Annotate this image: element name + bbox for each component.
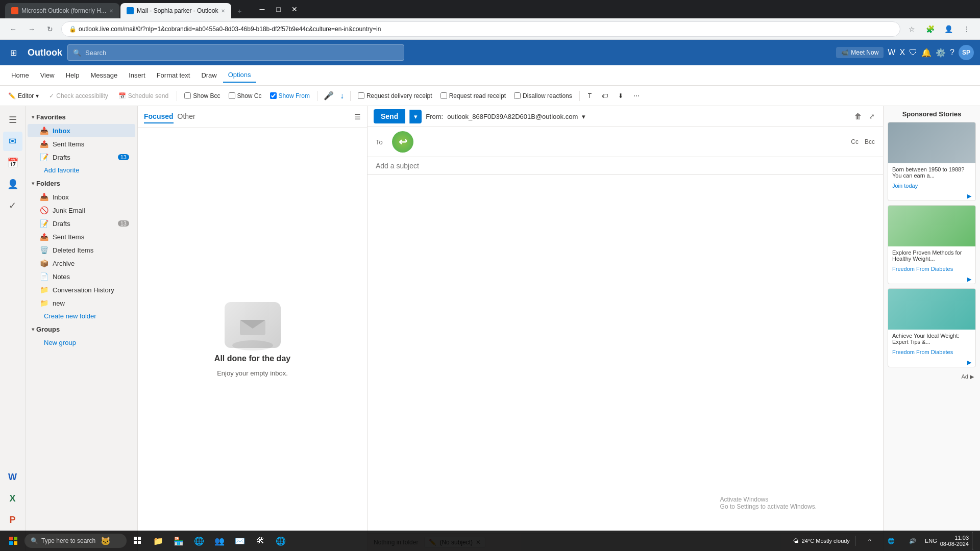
show-from-input[interactable] xyxy=(270,92,277,99)
word-icon[interactable]: W xyxy=(888,48,895,57)
show-bcc-input[interactable] xyxy=(184,92,191,99)
menu-help[interactable]: Help xyxy=(61,68,85,82)
ad-card-3[interactable]: Achieve Your Ideal Weight: Expert Tips &… xyxy=(888,288,976,367)
send-dropdown-button[interactable]: ▾ xyxy=(409,110,422,123)
folder-drafts2[interactable]: 📝 Drafts 13 xyxy=(28,217,135,230)
favorites-header[interactable]: ▾ Favorites xyxy=(26,110,137,124)
hamburger-menu-button[interactable]: ☰ xyxy=(3,110,22,130)
menu-message[interactable]: Message xyxy=(85,68,122,82)
folder-junk[interactable]: 🚫 Junk Email xyxy=(28,204,135,217)
menu-home[interactable]: Home xyxy=(6,68,34,82)
word-icon-button[interactable]: W xyxy=(3,467,22,487)
folder-inbox2[interactable]: 📥 Inbox xyxy=(28,190,135,204)
excel-icon[interactable]: X xyxy=(899,48,905,57)
show-bcc-checkbox[interactable]: Show Bcc xyxy=(181,92,223,99)
window-minimize[interactable]: ─ xyxy=(255,2,269,16)
ad-card-2[interactable]: Explore Proven Methods for Healthy Weigh… xyxy=(888,205,976,284)
user-avatar[interactable]: SP xyxy=(959,45,974,60)
add-favorite-link[interactable]: Add favorite xyxy=(26,164,137,177)
tasks-icon-button[interactable]: ✓ xyxy=(3,196,22,215)
task-view-button[interactable] xyxy=(129,532,147,550)
folder-new[interactable]: 📁 new xyxy=(28,296,135,310)
request-read-checkbox[interactable]: Request read receipt xyxy=(437,92,509,99)
filter-icon[interactable]: ☰ xyxy=(354,113,361,121)
window-maximize[interactable]: □ xyxy=(271,2,285,16)
check-accessibility-button[interactable]: ✓ Check accessibility xyxy=(45,90,112,102)
extensions-button[interactable]: 🧩 xyxy=(923,22,937,36)
people-icon-button[interactable]: 👤 xyxy=(3,174,22,194)
disallow-reactions-input[interactable] xyxy=(514,92,521,99)
subject-input[interactable] xyxy=(376,162,875,170)
forward-button[interactable]: → xyxy=(24,22,39,36)
create-new-folder-link[interactable]: Create new folder xyxy=(26,310,137,322)
from-dropdown-icon[interactable]: ▾ xyxy=(582,113,585,120)
browser-tab-1[interactable]: Microsoft Outlook (formerly H... ✕ xyxy=(5,3,119,18)
excel-icon-button[interactable]: X xyxy=(3,489,22,508)
request-delivery-input[interactable] xyxy=(358,92,364,99)
menu-view[interactable]: View xyxy=(35,68,60,82)
folders-header[interactable]: ▾ Folders xyxy=(26,177,137,190)
folder-inbox[interactable]: 📥 Inbox xyxy=(28,124,135,137)
tab-close-2[interactable]: ✕ xyxy=(221,8,225,14)
mail-button[interactable]: ✉️ xyxy=(231,532,249,550)
browser-tab-2[interactable]: Mail - Sophia parker - Outlook ✕ xyxy=(120,3,231,18)
recipient-avatar[interactable] xyxy=(392,131,413,153)
ad-card-1[interactable]: Born between 1950 to 1988? You can earn … xyxy=(888,122,976,201)
folder-deleted[interactable]: 🗑️ Deleted Items xyxy=(28,243,135,257)
file-explorer-button[interactable]: 📁 xyxy=(149,532,167,550)
menu-insert[interactable]: Insert xyxy=(124,68,151,82)
header-search[interactable]: 🔍 Search xyxy=(67,44,404,61)
taskbar-clock[interactable]: 11:03 08-08-2024 xyxy=(940,535,969,547)
help-icon[interactable]: ? xyxy=(950,48,954,57)
show-desktop-button[interactable] xyxy=(972,532,976,550)
new-tab-button[interactable]: + xyxy=(232,4,247,18)
disallow-reactions-checkbox[interactable]: Disallow reactions xyxy=(511,92,575,99)
menu-format-text[interactable]: Format text xyxy=(152,68,195,82)
download-button[interactable]: ⬇ xyxy=(614,90,627,102)
windows-start-button[interactable] xyxy=(4,532,22,550)
bookmark-button[interactable]: ☆ xyxy=(904,22,919,36)
bell-icon[interactable]: 🔔 xyxy=(921,48,932,58)
more-toolbar-button[interactable]: ⋯ xyxy=(629,90,644,102)
address-bar[interactable]: 🔒 outlook.live.com/mail/0/?nlp=1&cobrand… xyxy=(61,21,900,37)
delete-compose-button[interactable]: 🗑 xyxy=(852,110,864,122)
editor-button[interactable]: ✏️ Editor ▾ xyxy=(4,90,43,102)
devtools-button[interactable]: 🛠 xyxy=(251,532,270,550)
tag-button[interactable]: 🏷 xyxy=(598,90,612,102)
ad-link-1[interactable]: Join today xyxy=(888,182,975,192)
powerpoint-icon-button[interactable]: P xyxy=(3,510,22,530)
ad-arrow-1[interactable]: ▶ xyxy=(888,192,975,201)
show-from-checkbox[interactable]: Show From xyxy=(267,92,313,99)
other-tab[interactable]: Other xyxy=(178,110,195,123)
bcc-button[interactable]: Bcc xyxy=(865,138,875,145)
calendar-icon-button[interactable]: 📅 xyxy=(3,153,22,172)
folder-sent-fav[interactable]: 📤 Sent Items xyxy=(28,137,135,151)
cc-button[interactable]: Cc xyxy=(851,138,859,145)
folder-sent[interactable]: 📤 Sent Items xyxy=(28,230,135,243)
groups-header[interactable]: ▾ Groups xyxy=(26,322,137,336)
focused-tab[interactable]: Focused xyxy=(144,110,174,123)
mail-icon-button[interactable]: ✉ xyxy=(3,132,22,151)
more-button[interactable]: ⋮ xyxy=(960,22,974,36)
popout-compose-button[interactable]: ⤢ xyxy=(867,110,877,122)
chrome-button[interactable]: 🌐 xyxy=(190,532,208,550)
ad-arrow-3[interactable]: ▶ xyxy=(888,358,975,367)
window-close[interactable]: ✕ xyxy=(287,2,302,16)
teams-button[interactable]: 👥 xyxy=(210,532,229,550)
shield-icon[interactable]: 🛡 xyxy=(909,48,917,57)
folder-notes[interactable]: 📄 Notes xyxy=(28,270,135,283)
chrome2-button[interactable]: 🌐 xyxy=(272,532,290,550)
send-button[interactable]: Send xyxy=(374,109,405,123)
store-button[interactable]: 🏪 xyxy=(169,532,188,550)
ad-link-2[interactable]: Freedom From Diabetes xyxy=(888,265,975,275)
tab-close-1[interactable]: ✕ xyxy=(109,8,113,14)
grid-menu-button[interactable]: ⊞ xyxy=(6,45,20,60)
menu-options[interactable]: Options xyxy=(223,68,256,83)
network-button[interactable]: 🌐 xyxy=(882,532,900,550)
folder-archive[interactable]: 📦 Archive xyxy=(28,257,135,270)
text-format-button[interactable]: T xyxy=(584,90,596,102)
folder-conversation-history[interactable]: 📁 Conversation History xyxy=(28,283,135,296)
ad-arrow-2[interactable]: ▶ xyxy=(888,275,975,284)
refresh-button[interactable]: ↻ xyxy=(43,22,57,36)
show-cc-input[interactable] xyxy=(229,92,235,99)
